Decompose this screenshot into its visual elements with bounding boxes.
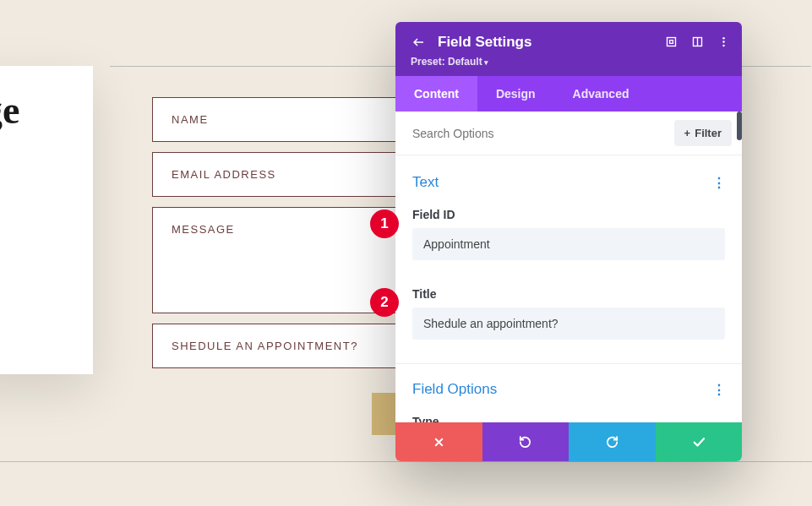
page-title-fragment: ge bbox=[0, 91, 76, 130]
panel-tabs: Content Design Advanced bbox=[395, 76, 742, 112]
section-options-menu-icon[interactable]: ⋮ bbox=[712, 382, 725, 398]
left-card: ge asse nec. leo. bbox=[0, 66, 93, 374]
preset-dropdown[interactable]: Preset: Default bbox=[411, 56, 727, 68]
tab-advanced[interactable]: Advanced bbox=[554, 76, 648, 112]
scrollbar[interactable] bbox=[737, 112, 742, 140]
check-icon bbox=[691, 434, 706, 449]
svg-point-5 bbox=[722, 45, 725, 47]
title-input[interactable] bbox=[412, 307, 725, 340]
redo-button[interactable] bbox=[569, 422, 656, 461]
cancel-button[interactable] bbox=[395, 422, 482, 461]
callout-2: 2 bbox=[370, 288, 399, 317]
search-input[interactable] bbox=[412, 127, 674, 140]
svg-rect-0 bbox=[668, 38, 676, 46]
redo-icon bbox=[605, 435, 619, 449]
expand-icon[interactable] bbox=[665, 35, 678, 48]
field-settings-panel: Field Settings Preset: Default Content D… bbox=[395, 22, 742, 461]
section-options-head: Field Options ⋮ bbox=[412, 369, 725, 410]
callout-1: 1 bbox=[370, 209, 399, 238]
section-text-head: Text ⋮ bbox=[412, 162, 725, 203]
title-label: Title bbox=[412, 287, 725, 301]
section-options-title[interactable]: Field Options bbox=[412, 381, 497, 398]
panel-title: Field Settings bbox=[438, 34, 531, 51]
panel-header: Field Settings Preset: Default bbox=[395, 22, 742, 76]
section-text-menu-icon[interactable]: ⋮ bbox=[712, 175, 725, 191]
filter-label: Filter bbox=[695, 127, 722, 139]
plus-icon: + bbox=[684, 127, 691, 139]
filter-button[interactable]: + Filter bbox=[674, 120, 732, 146]
field-id-input[interactable] bbox=[412, 228, 725, 260]
close-icon bbox=[433, 436, 445, 449]
more-icon[interactable] bbox=[717, 35, 730, 48]
type-label: Type bbox=[412, 415, 725, 422]
undo-button[interactable] bbox=[482, 422, 569, 461]
field-id-label: Field ID bbox=[412, 208, 725, 221]
layout-icon[interactable] bbox=[691, 35, 704, 48]
panel-body: Text ⋮ Field ID Title Field Options ⋮ Ty… bbox=[395, 155, 742, 422]
save-button[interactable] bbox=[656, 422, 743, 461]
section-divider bbox=[395, 363, 742, 364]
search-row: + Filter bbox=[395, 112, 742, 155]
divider-bottom bbox=[0, 461, 812, 462]
svg-point-4 bbox=[722, 41, 725, 43]
section-text-title[interactable]: Text bbox=[412, 174, 439, 191]
tab-content[interactable]: Content bbox=[395, 76, 477, 112]
back-arrow-icon[interactable] bbox=[411, 35, 426, 50]
tab-design[interactable]: Design bbox=[477, 76, 554, 112]
svg-point-3 bbox=[722, 37, 725, 40]
undo-icon bbox=[518, 435, 532, 449]
action-bar bbox=[395, 422, 742, 461]
